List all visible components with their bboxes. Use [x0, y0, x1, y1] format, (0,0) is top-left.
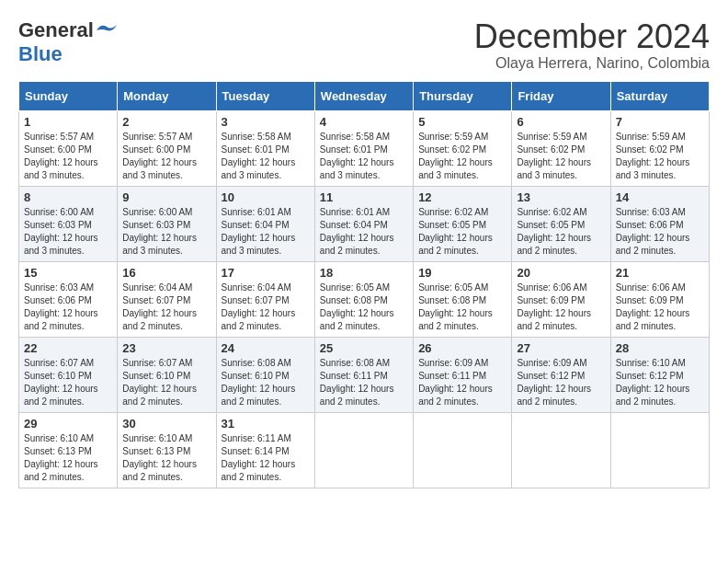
- calendar-cell: 5 Sunrise: 5:59 AM Sunset: 6:02 PM Dayli…: [414, 110, 512, 186]
- day-info: Sunrise: 6:01 AM Sunset: 6:04 PM Dayligh…: [222, 206, 310, 258]
- month-title: December 2024: [474, 18, 710, 55]
- weekday-header-thursday: Thursday: [414, 81, 512, 110]
- day-info: Sunrise: 6:09 AM Sunset: 6:11 PM Dayligh…: [418, 357, 506, 408]
- day-number: 10: [222, 190, 310, 204]
- calendar-cell: [414, 412, 512, 488]
- calendar-cell: 8 Sunrise: 6:00 AM Sunset: 6:03 PM Dayli…: [19, 186, 118, 261]
- calendar-cell: 29 Sunrise: 6:10 AM Sunset: 6:13 PM Dayl…: [19, 412, 118, 488]
- day-number: 22: [24, 341, 112, 355]
- day-info: Sunrise: 6:03 AM Sunset: 6:06 PM Dayligh…: [24, 282, 112, 333]
- day-info: Sunrise: 6:03 AM Sunset: 6:06 PM Dayligh…: [616, 206, 704, 258]
- day-number: 18: [320, 266, 408, 280]
- day-info: Sunrise: 6:10 AM Sunset: 6:13 PM Dayligh…: [122, 432, 210, 484]
- day-number: 3: [222, 115, 310, 129]
- day-number: 27: [517, 341, 605, 355]
- day-info: Sunrise: 6:06 AM Sunset: 6:09 PM Dayligh…: [616, 282, 704, 333]
- weekday-header-sunday: Sunday: [19, 81, 118, 110]
- location-title: Olaya Herrera, Narino, Colombia: [474, 55, 710, 72]
- day-info: Sunrise: 5:58 AM Sunset: 6:01 PM Dayligh…: [222, 131, 310, 182]
- day-info: Sunrise: 6:07 AM Sunset: 6:10 PM Dayligh…: [24, 357, 112, 408]
- day-info: Sunrise: 6:10 AM Sunset: 6:13 PM Dayligh…: [24, 432, 112, 484]
- day-info: Sunrise: 5:57 AM Sunset: 6:00 PM Dayligh…: [122, 131, 210, 182]
- weekday-header-tuesday: Tuesday: [216, 81, 314, 110]
- day-number: 21: [616, 266, 704, 280]
- day-info: Sunrise: 6:00 AM Sunset: 6:03 PM Dayligh…: [24, 206, 112, 258]
- day-number: 26: [418, 341, 506, 355]
- day-info: Sunrise: 6:05 AM Sunset: 6:08 PM Dayligh…: [418, 282, 506, 333]
- calendar-cell: 17 Sunrise: 6:04 AM Sunset: 6:07 PM Dayl…: [216, 261, 314, 337]
- day-number: 12: [418, 190, 506, 204]
- day-number: 30: [122, 417, 210, 431]
- day-number: 1: [24, 115, 112, 129]
- calendar-table: SundayMondayTuesdayWednesdayThursdayFrid…: [18, 81, 710, 488]
- calendar-cell: 1 Sunrise: 5:57 AM Sunset: 6:00 PM Dayli…: [19, 110, 118, 186]
- calendar-cell: [512, 412, 610, 488]
- logo-general: General: [18, 18, 94, 42]
- logo: General Blue: [18, 18, 117, 66]
- calendar-cell: [610, 412, 709, 488]
- page-header: General Blue December 2024 Olaya Herrera…: [18, 18, 710, 72]
- day-number: 24: [222, 341, 310, 355]
- calendar-week-1: 1 Sunrise: 5:57 AM Sunset: 6:00 PM Dayli…: [19, 110, 710, 186]
- calendar-cell: 15 Sunrise: 6:03 AM Sunset: 6:06 PM Dayl…: [19, 261, 118, 337]
- day-number: 28: [616, 341, 704, 355]
- calendar-cell: 28 Sunrise: 6:10 AM Sunset: 6:12 PM Dayl…: [610, 337, 709, 412]
- day-info: Sunrise: 6:06 AM Sunset: 6:09 PM Dayligh…: [517, 282, 605, 333]
- day-number: 5: [418, 115, 506, 129]
- calendar-cell: 19 Sunrise: 6:05 AM Sunset: 6:08 PM Dayl…: [414, 261, 512, 337]
- day-info: Sunrise: 5:59 AM Sunset: 6:02 PM Dayligh…: [517, 131, 605, 182]
- logo-blue: Blue: [18, 42, 63, 65]
- calendar-cell: 7 Sunrise: 5:59 AM Sunset: 6:02 PM Dayli…: [610, 110, 709, 186]
- title-section: December 2024 Olaya Herrera, Narino, Col…: [474, 18, 710, 72]
- calendar-week-2: 8 Sunrise: 6:00 AM Sunset: 6:03 PM Dayli…: [19, 186, 710, 261]
- day-number: 8: [24, 190, 112, 204]
- day-number: 31: [222, 417, 310, 431]
- calendar-cell: 12 Sunrise: 6:02 AM Sunset: 6:05 PM Dayl…: [414, 186, 512, 261]
- calendar-cell: 31 Sunrise: 6:11 AM Sunset: 6:14 PM Dayl…: [216, 412, 314, 488]
- calendar-cell: 22 Sunrise: 6:07 AM Sunset: 6:10 PM Dayl…: [19, 337, 118, 412]
- calendar-cell: 4 Sunrise: 5:58 AM Sunset: 6:01 PM Dayli…: [314, 110, 413, 186]
- day-info: Sunrise: 6:00 AM Sunset: 6:03 PM Dayligh…: [122, 206, 210, 258]
- calendar-cell: 13 Sunrise: 6:02 AM Sunset: 6:05 PM Dayl…: [512, 186, 610, 261]
- calendar-cell: 20 Sunrise: 6:06 AM Sunset: 6:09 PM Dayl…: [512, 261, 610, 337]
- day-info: Sunrise: 6:04 AM Sunset: 6:07 PM Dayligh…: [122, 282, 210, 333]
- calendar-cell: 27 Sunrise: 6:09 AM Sunset: 6:12 PM Dayl…: [512, 337, 610, 412]
- day-number: 9: [122, 190, 210, 204]
- day-number: 15: [24, 266, 112, 280]
- day-number: 14: [616, 190, 704, 204]
- day-info: Sunrise: 5:57 AM Sunset: 6:00 PM Dayligh…: [24, 131, 112, 182]
- day-info: Sunrise: 6:01 AM Sunset: 6:04 PM Dayligh…: [320, 206, 408, 258]
- weekday-header-row: SundayMondayTuesdayWednesdayThursdayFrid…: [19, 81, 710, 110]
- day-info: Sunrise: 6:07 AM Sunset: 6:10 PM Dayligh…: [122, 357, 210, 408]
- calendar-cell: 14 Sunrise: 6:03 AM Sunset: 6:06 PM Dayl…: [610, 186, 709, 261]
- day-info: Sunrise: 5:58 AM Sunset: 6:01 PM Dayligh…: [320, 131, 408, 182]
- day-number: 13: [517, 190, 605, 204]
- day-number: 20: [517, 266, 605, 280]
- calendar-cell: 10 Sunrise: 6:01 AM Sunset: 6:04 PM Dayl…: [216, 186, 314, 261]
- weekday-header-saturday: Saturday: [610, 81, 709, 110]
- calendar-cell: 26 Sunrise: 6:09 AM Sunset: 6:11 PM Dayl…: [414, 337, 512, 412]
- day-info: Sunrise: 6:02 AM Sunset: 6:05 PM Dayligh…: [418, 206, 506, 258]
- day-number: 4: [320, 115, 408, 129]
- logo-bird-icon: [97, 23, 117, 38]
- day-info: Sunrise: 6:08 AM Sunset: 6:11 PM Dayligh…: [320, 357, 408, 408]
- day-info: Sunrise: 6:08 AM Sunset: 6:10 PM Dayligh…: [222, 357, 310, 408]
- weekday-header-monday: Monday: [118, 81, 216, 110]
- day-number: 17: [222, 266, 310, 280]
- day-info: Sunrise: 6:11 AM Sunset: 6:14 PM Dayligh…: [222, 432, 310, 484]
- day-info: Sunrise: 6:09 AM Sunset: 6:12 PM Dayligh…: [517, 357, 605, 408]
- day-number: 23: [122, 341, 210, 355]
- day-number: 11: [320, 190, 408, 204]
- weekday-header-wednesday: Wednesday: [314, 81, 413, 110]
- calendar-cell: 21 Sunrise: 6:06 AM Sunset: 6:09 PM Dayl…: [610, 261, 709, 337]
- day-info: Sunrise: 5:59 AM Sunset: 6:02 PM Dayligh…: [418, 131, 506, 182]
- day-info: Sunrise: 6:04 AM Sunset: 6:07 PM Dayligh…: [222, 282, 310, 333]
- calendar-week-5: 29 Sunrise: 6:10 AM Sunset: 6:13 PM Dayl…: [19, 412, 710, 488]
- day-number: 6: [517, 115, 605, 129]
- calendar-cell: 11 Sunrise: 6:01 AM Sunset: 6:04 PM Dayl…: [314, 186, 413, 261]
- calendar-cell: 3 Sunrise: 5:58 AM Sunset: 6:01 PM Dayli…: [216, 110, 314, 186]
- day-number: 7: [616, 115, 704, 129]
- calendar-cell: 23 Sunrise: 6:07 AM Sunset: 6:10 PM Dayl…: [118, 337, 216, 412]
- weekday-header-friday: Friday: [512, 81, 610, 110]
- day-info: Sunrise: 6:02 AM Sunset: 6:05 PM Dayligh…: [517, 206, 605, 258]
